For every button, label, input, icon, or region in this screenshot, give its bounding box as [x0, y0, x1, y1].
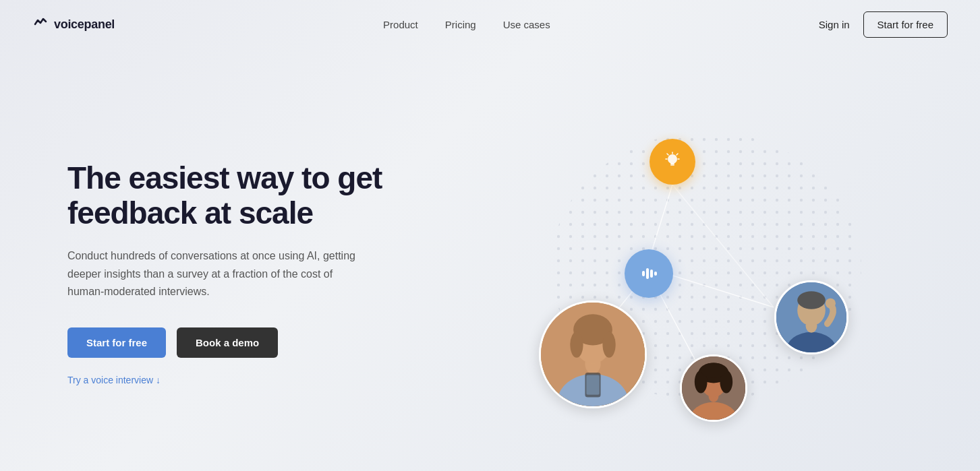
try-voice-link[interactable]: Try a voice interview ↓ — [67, 375, 161, 385]
nav-product[interactable]: Product — [383, 19, 418, 30]
svg-point-32 — [797, 291, 826, 309]
navbar: voicepanel Product Pricing Use cases Sig… — [0, 0, 980, 49]
svg-rect-27 — [587, 375, 600, 394]
start-free-nav-button[interactable]: Start for free — [863, 11, 948, 38]
logo-icon — [32, 16, 49, 32]
svg-rect-16 — [646, 268, 649, 279]
hero-title: The easiest way to get feedback at scale — [67, 160, 418, 232]
hero-section: The easiest way to get feedback at scale… — [0, 49, 980, 471]
logo-text: voicepanel — [54, 18, 115, 32]
sign-in-link[interactable]: Sign in — [819, 19, 850, 30]
book-demo-button[interactable]: Book a demo — [177, 327, 278, 358]
lightbulb-icon — [662, 151, 683, 172]
svg-line-4 — [656, 270, 774, 307]
svg-point-7 — [668, 154, 677, 164]
svg-rect-8 — [670, 163, 674, 164]
illustration-container — [477, 98, 868, 449]
hero-subtitle: Conduct hundreds of conversations at onc… — [67, 247, 357, 301]
svg-point-24 — [571, 332, 583, 358]
person-2-silhouette — [776, 282, 846, 352]
nav-actions: Sign in Start for free — [819, 11, 948, 38]
svg-point-25 — [603, 332, 616, 358]
svg-line-6 — [672, 185, 774, 307]
center-audio-node — [625, 249, 673, 298]
start-free-button[interactable]: Start for free — [67, 327, 166, 358]
svg-rect-15 — [642, 271, 645, 276]
lightbulb-node — [650, 139, 695, 185]
svg-rect-18 — [654, 272, 657, 276]
hero-left: The easiest way to get feedback at scale… — [67, 160, 418, 387]
person-3-circle — [680, 354, 747, 422]
svg-line-11 — [676, 154, 678, 155]
svg-rect-9 — [670, 164, 674, 166]
svg-rect-17 — [650, 270, 653, 278]
person-2-circle — [774, 280, 848, 354]
logo[interactable]: voicepanel — [32, 16, 115, 32]
nav-links: Product Pricing Use cases — [383, 19, 550, 30]
audio-bars-icon — [637, 261, 661, 286]
hero-illustration — [418, 75, 926, 471]
svg-point-41 — [701, 363, 726, 378]
svg-point-33 — [825, 298, 835, 308]
hero-buttons: Start for free Book a demo — [67, 327, 418, 358]
person-1-circle — [539, 301, 647, 408]
nav-pricing[interactable]: Pricing — [445, 19, 476, 30]
svg-line-12 — [667, 154, 668, 155]
nav-use-cases[interactable]: Use cases — [503, 19, 550, 30]
person-1-silhouette — [541, 303, 645, 406]
person-3-silhouette — [682, 356, 745, 420]
